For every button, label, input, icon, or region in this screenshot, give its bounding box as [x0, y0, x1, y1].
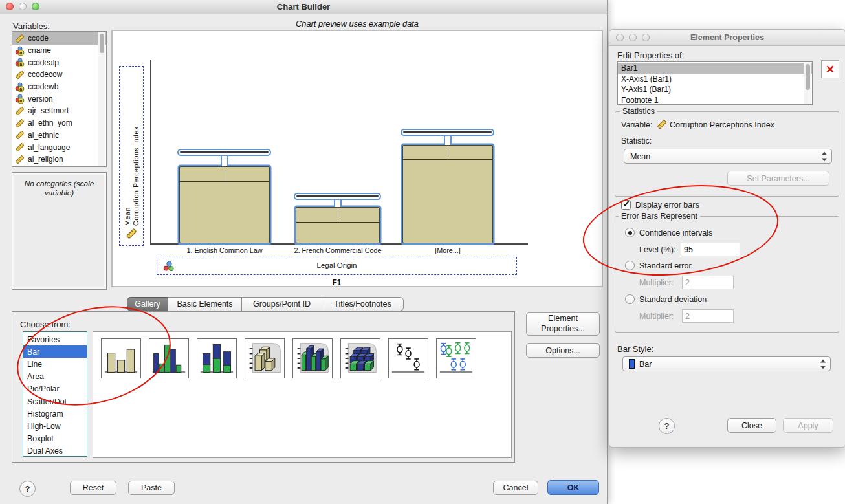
ep-minimize-icon[interactable]	[629, 34, 637, 41]
ep-help-button[interactable]: ?	[659, 418, 675, 434]
tab-groups-point-id[interactable]: Groups/Point ID	[242, 297, 322, 311]
variable-name: ccodewb	[28, 82, 58, 91]
variable-item-al_religion[interactable]: al_religion	[12, 153, 106, 166]
preview-bar[interactable]	[179, 166, 270, 243]
y-axis-label-line2: Corruption Perceptions Index	[132, 72, 140, 226]
variable-item-version[interactable]: aversion	[12, 93, 106, 105]
error-bar-stem	[444, 136, 452, 145]
minimize-window-icon[interactable]	[19, 3, 27, 10]
confidence-intervals-radio[interactable]	[625, 228, 635, 237]
ep-window-title: Element Properties	[690, 33, 764, 42]
gallery-item-bar3d-stacked[interactable]	[340, 338, 380, 378]
cancel-button[interactable]: Cancel	[493, 481, 538, 495]
chart-type-boxplot[interactable]: Boxplot	[23, 433, 87, 445]
statistic-label: Statistic:	[621, 137, 652, 146]
gallery-item-bar-clustered[interactable]	[149, 338, 189, 378]
multiplier-se-input[interactable]	[682, 276, 734, 289]
variable-item-al_language[interactable]: al_language	[12, 141, 106, 153]
gallery-item-bar3d-simple[interactable]	[245, 338, 285, 378]
bar-stacked-icon	[199, 340, 235, 377]
chart-type-line[interactable]: Line	[23, 358, 87, 370]
variable-item-ajr_settmort[interactable]: ajr_settmort	[12, 105, 106, 117]
variables-scrollbar[interactable]	[98, 32, 105, 166]
x-axis-dropzone[interactable]: Legal Origin	[157, 257, 517, 275]
gallery-item-errorbar-clustered[interactable]	[436, 338, 476, 378]
edit-properties-list[interactable]: Bar1X-Axis1 (Bar1)Y-Axis1 (Bar1)Footnote…	[617, 61, 813, 105]
ep-zoom-icon[interactable]	[642, 34, 650, 41]
apply-button[interactable]: Apply	[783, 418, 833, 433]
element-properties-button[interactable]: Element Properties...	[526, 312, 600, 336]
chart-type-dual-axes[interactable]: Dual Axes	[23, 445, 87, 457]
scale-ruler-icon	[15, 70, 25, 80]
chart-type-favorites[interactable]: Favorites	[23, 333, 87, 345]
errorbar-simple-icon	[390, 340, 426, 377]
chart-preview-canvas[interactable]: Mean Corruption Perceptions Index Legal …	[111, 30, 603, 287]
statistics-group-title: Statistics	[620, 107, 657, 116]
ok-button[interactable]: OK	[547, 480, 599, 495]
chart-type-high-low[interactable]: High-Low	[23, 420, 87, 432]
ep-title-bar[interactable]: Element Properties	[609, 30, 845, 46]
scale-ruler-icon	[15, 118, 25, 128]
variable-item-al_ethnic[interactable]: al_ethnic	[12, 129, 106, 142]
variable-item-ccode[interactable]: ccode	[12, 32, 106, 45]
y-axis-dropzone[interactable]: Mean Corruption Perceptions Index	[119, 66, 144, 246]
display-error-bars-checkbox[interactable]	[621, 200, 631, 210]
variables-list[interactable]: ccodeacnameaccodealpccodecowaccodewbaver…	[12, 31, 107, 167]
preview-bar[interactable]	[296, 207, 380, 243]
chart-type-scatter-dot[interactable]: Scatter/Dot	[23, 395, 87, 408]
property-item-x-axis1-bar1-[interactable]: X-Axis1 (Bar1)	[618, 74, 812, 85]
dropdown-stepper-icon	[822, 151, 828, 161]
gallery-item-bar-simple[interactable]	[101, 338, 141, 378]
category-label: [More...]	[377, 247, 519, 254]
reset-button[interactable]: Reset	[70, 481, 116, 495]
standard-deviation-radio[interactable]	[625, 294, 635, 304]
multiplier-sd-input[interactable]	[682, 309, 734, 323]
statistic-value: Mean	[630, 152, 650, 161]
tab-titles-footnotes[interactable]: Titles/Footnotes	[322, 297, 404, 311]
bar-clustered-icon	[151, 340, 187, 377]
variables-label: Variables:	[13, 21, 50, 31]
property-item-footnote-1[interactable]: Footnote 1	[618, 95, 812, 105]
bar-style-label: Bar Style:	[617, 344, 653, 354]
variable-item-al_ethn_yom[interactable]: al_ethn_yom	[12, 117, 106, 129]
close-window-icon[interactable]	[6, 3, 14, 10]
bar-style-dropdown[interactable]: Bar	[622, 356, 831, 371]
nominal-variable-icon: a	[15, 58, 25, 67]
variable-item-ccodecow[interactable]: ccodecow	[12, 69, 106, 81]
close-button[interactable]: Close	[727, 418, 776, 433]
window-controls	[6, 3, 39, 10]
chart-type-bar[interactable]: Bar	[23, 345, 87, 358]
variable-name: ccodecow	[28, 70, 62, 79]
set-parameters-button[interactable]: Set Parameters...	[727, 171, 829, 186]
gallery-item-bar-stacked[interactable]	[197, 338, 237, 378]
gallery-item-bar3d-clustered[interactable]	[292, 338, 333, 378]
title-bar[interactable]: Chart Builder	[0, 0, 607, 14]
svg-text:a: a	[19, 98, 22, 103]
preview-bar[interactable]	[402, 145, 493, 243]
footnote-label[interactable]: F1	[157, 278, 517, 287]
statistic-dropdown[interactable]: Mean	[624, 149, 832, 164]
variable-item-ccodealp[interactable]: accodealp	[12, 56, 106, 69]
chart-type-pie-polar[interactable]: Pie/Polar	[23, 383, 87, 395]
ep-window-controls	[616, 34, 650, 41]
ep-list-scrollbar[interactable]	[804, 63, 811, 104]
gallery-item-errorbar-simple[interactable]	[388, 338, 428, 378]
variable-name: ccodealp	[28, 58, 59, 67]
variable-item-cname[interactable]: acname	[12, 45, 106, 57]
remove-element-button[interactable]: ✕	[821, 60, 839, 78]
property-item-bar1[interactable]: Bar1	[618, 63, 812, 74]
ep-close-icon[interactable]	[616, 34, 624, 41]
help-button[interactable]: ?	[19, 481, 36, 497]
chart-type-area[interactable]: Area	[23, 371, 87, 383]
tab-basic-elements[interactable]: Basic Elements	[168, 297, 242, 311]
zoom-window-icon[interactable]	[32, 3, 39, 10]
chart-type-histogram[interactable]: Histogram	[23, 408, 87, 420]
paste-button[interactable]: Paste	[128, 481, 175, 495]
tab-gallery[interactable]: Gallery	[127, 297, 168, 311]
variable-item-ccodewb[interactable]: accodewb	[12, 81, 106, 93]
options-button[interactable]: Options...	[526, 343, 600, 358]
standard-error-radio[interactable]	[625, 261, 635, 270]
chart-type-list[interactable]: FavoritesBarLineAreaPie/PolarScatter/Dot…	[23, 331, 87, 457]
property-item-y-axis1-bar1-[interactable]: Y-Axis1 (Bar1)	[618, 84, 812, 95]
level-input[interactable]	[681, 243, 740, 256]
